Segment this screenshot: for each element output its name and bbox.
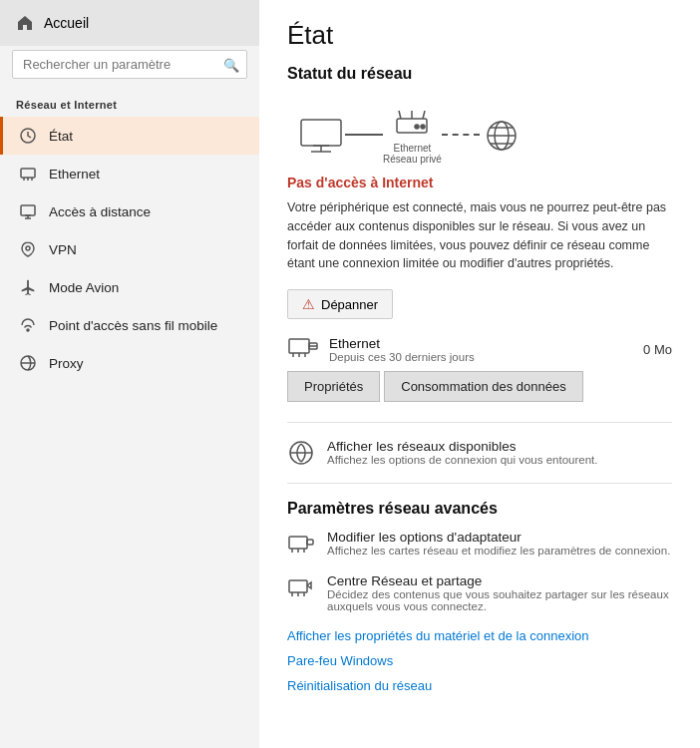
- sidebar-item-label-etat: État: [49, 129, 73, 144]
- svg-rect-13: [301, 120, 341, 146]
- ethernet-sub: Depuis ces 30 derniers jours: [329, 351, 475, 363]
- hotspot-icon: [19, 316, 37, 334]
- proxy-icon: [19, 354, 37, 372]
- centre-reseau-sub: Décidez des contenus que vous souhaitez …: [327, 588, 672, 612]
- adapter-icon: [287, 530, 315, 558]
- wifi-list-icon: [287, 439, 315, 467]
- sidebar-item-etat[interactable]: État: [0, 117, 259, 155]
- search-box[interactable]: 🔍: [12, 50, 247, 79]
- consommation-button[interactable]: Consommation des données: [384, 371, 583, 402]
- svg-rect-1: [21, 169, 35, 178]
- sidebar-item-mode-avion[interactable]: Mode Avion: [0, 268, 259, 306]
- dashed-line: [442, 134, 480, 136]
- modifier-options-item[interactable]: Modifier les options d'adaptateur Affich…: [287, 530, 672, 558]
- link-proprietes[interactable]: Afficher les propriétés du matériel et d…: [287, 628, 672, 643]
- network-diagram: Ethernet Réseau privé: [287, 97, 672, 169]
- avion-icon: [19, 278, 37, 296]
- section-label: Réseau et Internet: [0, 91, 259, 117]
- search-input[interactable]: [12, 50, 247, 79]
- home-button[interactable]: Accueil: [0, 0, 259, 46]
- centre-reseau-title: Centre Réseau et partage: [327, 573, 672, 588]
- svg-rect-36: [289, 537, 307, 549]
- sidebar-item-label-avion: Mode Avion: [49, 280, 119, 295]
- modifier-options-sub: Affichez les cartes réseau et modifiez l…: [327, 545, 670, 557]
- sidebar-item-label-proxy: Proxy: [49, 356, 84, 371]
- afficher-reseaux-sub: Affichez les options de connexion qui vo…: [327, 454, 598, 466]
- router-icon: Ethernet Réseau privé: [383, 107, 442, 165]
- depanner-button[interactable]: ⚠ Dépanner: [287, 289, 393, 319]
- sidebar-item-label-vpn: VPN: [49, 242, 77, 257]
- svg-line-20: [423, 111, 425, 119]
- pc-icon: [297, 118, 345, 154]
- search-icon: 🔍: [223, 57, 239, 72]
- reseau-prive-label: Réseau privé: [383, 154, 442, 165]
- page-title: État: [287, 20, 672, 51]
- sidebar-item-acces-distance[interactable]: Accès à distance: [0, 192, 259, 230]
- svg-point-10: [27, 329, 29, 331]
- etat-icon: [19, 127, 37, 145]
- ethernet-name: Ethernet: [329, 336, 475, 351]
- ethernet-icon: [19, 165, 37, 183]
- sidebar: Accueil 🔍 Réseau et Internet État Ethern…: [0, 0, 259, 748]
- solid-line: [345, 134, 383, 136]
- ethernet-row: Ethernet Depuis ces 30 derniers jours 0 …: [287, 335, 672, 363]
- main-content: État Statut du réseau Ethernet Réseau pr…: [259, 0, 700, 748]
- statut-label: Statut du réseau: [287, 65, 672, 83]
- svg-rect-28: [289, 339, 309, 353]
- sidebar-item-label-acces: Accès à distance: [49, 204, 151, 219]
- ethernet-row-icon: [287, 335, 319, 363]
- svg-rect-40: [307, 540, 313, 545]
- globe-icon: [480, 118, 524, 154]
- svg-rect-5: [21, 205, 35, 215]
- modifier-options-title: Modifier les options d'adaptateur: [327, 530, 670, 545]
- proprietes-button[interactable]: Propriétés: [287, 371, 380, 402]
- sidebar-item-point-acces[interactable]: Point d'accès sans fil mobile: [0, 306, 259, 344]
- ethernet-diagram-label: Ethernet: [394, 143, 432, 154]
- afficher-reseaux-item[interactable]: Afficher les réseaux disponibles Affiche…: [287, 439, 672, 467]
- svg-point-9: [26, 246, 30, 250]
- sidebar-item-label-ethernet: Ethernet: [49, 167, 100, 182]
- params-avances-label: Paramètres réseau avancés: [287, 500, 672, 518]
- home-icon: [16, 14, 34, 32]
- link-reinitialisation[interactable]: Réinitialisation du réseau: [287, 678, 672, 693]
- sidebar-item-vpn[interactable]: VPN: [0, 230, 259, 268]
- svg-point-22: [421, 125, 425, 129]
- ethernet-size: 0 Mo: [643, 342, 672, 357]
- svg-line-18: [399, 111, 401, 119]
- centre-reseau-item[interactable]: Centre Réseau et partage Décidez des con…: [287, 573, 672, 612]
- afficher-reseaux-title: Afficher les réseaux disponibles: [327, 439, 598, 454]
- vpn-icon: [19, 240, 37, 258]
- depanner-label: Dépanner: [321, 297, 378, 312]
- warning-icon: ⚠: [302, 296, 315, 312]
- action-buttons: Propriétés Consommation des données: [287, 371, 672, 402]
- svg-rect-41: [289, 580, 307, 592]
- sidebar-item-label-point: Point d'accès sans fil mobile: [49, 318, 217, 333]
- svg-point-21: [415, 125, 419, 129]
- info-text: Votre périphérique est connecté, mais vo…: [287, 198, 672, 273]
- link-pare-feu[interactable]: Pare-feu Windows: [287, 653, 672, 668]
- acces-distance-icon: [19, 202, 37, 220]
- sidebar-item-ethernet[interactable]: Ethernet: [0, 155, 259, 192]
- sharing-icon: [287, 573, 315, 601]
- no-internet-label: Pas d'accès à Internet: [287, 175, 672, 190]
- sidebar-item-proxy[interactable]: Proxy: [0, 344, 259, 382]
- divider-2: [287, 483, 672, 484]
- home-label: Accueil: [44, 15, 89, 31]
- divider-1: [287, 422, 672, 423]
